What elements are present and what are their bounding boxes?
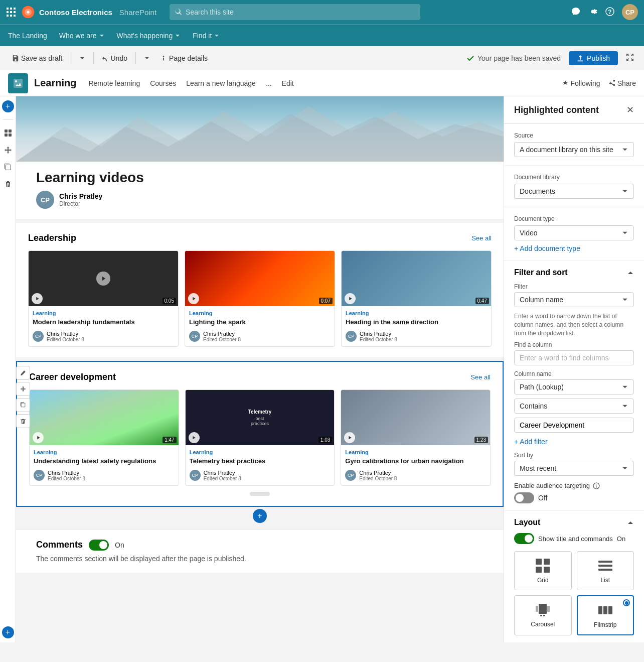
sort-by-row: Sort by Most recent — [514, 452, 634, 476]
delete-icon[interactable] — [2, 178, 14, 190]
sub-nav-more[interactable]: ... — [266, 79, 272, 87]
add-document-type-button[interactable]: + Add document type — [514, 244, 634, 252]
help-icon[interactable]: ? — [605, 7, 615, 18]
site-nav-find-it[interactable]: Find it — [193, 32, 220, 40]
svg-rect-6 — [7, 15, 9, 17]
toolbar-divider — [71, 52, 71, 64]
undo-button[interactable]: Undo — [98, 52, 131, 64]
video-thumbnail: Telemetry best practices 1:03 — [186, 390, 335, 445]
share-button[interactable]: Share — [608, 79, 636, 87]
svg-rect-43 — [543, 615, 545, 616]
expand-button[interactable] — [624, 51, 636, 65]
user-avatar[interactable]: CP — [622, 4, 638, 20]
audience-targeting-row: Enable audience targeting i — [514, 482, 634, 489]
filter-sort-header[interactable]: Filter and sort — [514, 268, 634, 277]
add-section-bottom[interactable]: + — [2, 626, 14, 638]
doc-type-dropdown[interactable]: Video — [514, 225, 634, 240]
search-input[interactable] — [186, 8, 415, 16]
svg-marker-29 — [349, 436, 351, 440]
layout-grid-option[interactable]: Grid — [514, 551, 572, 590]
panel-close-button[interactable]: ✕ — [626, 104, 634, 115]
section-delete-btn[interactable] — [16, 414, 30, 428]
add-section-top[interactable]: + — [2, 100, 14, 112]
save-status: Your page has been saved — [466, 54, 561, 62]
column-name-dropdown[interactable]: Path (Lookup) — [514, 379, 634, 394]
career-see-all[interactable]: See all — [470, 373, 491, 381]
move-icon[interactable] — [2, 144, 14, 156]
section-move-btn[interactable] — [16, 382, 30, 396]
career-video-grid: 1:47 Learning Understanding latest safet… — [29, 389, 491, 486]
video-author-avatar: CP — [345, 470, 356, 481]
publish-button[interactable]: Publish — [569, 51, 618, 65]
contains-dropdown[interactable]: Contains — [514, 399, 634, 414]
video-author-row: CP Chris Pratley Edited October 8 — [190, 470, 331, 481]
play-button[interactable] — [188, 293, 199, 304]
svg-rect-19 — [5, 134, 8, 137]
web-part-icon[interactable] — [2, 127, 14, 139]
toolbar-left: Save as draft Undo Page details — [8, 52, 212, 64]
sub-nav-courses[interactable]: Courses — [150, 79, 176, 87]
audience-toggle[interactable] — [514, 492, 534, 503]
settings-icon[interactable] — [588, 7, 598, 18]
sub-nav-items: Remote learning Courses Learn a new lang… — [88, 79, 293, 87]
show-title-toggle[interactable] — [514, 533, 534, 544]
collapse-icon — [627, 269, 634, 276]
video-author-avatar: CP — [190, 470, 201, 481]
layout-header[interactable]: Layout — [514, 518, 634, 527]
app-launcher[interactable] — [6, 7, 16, 17]
svg-point-11 — [27, 11, 29, 13]
add-filter-button[interactable]: + Add filter — [514, 438, 634, 446]
svg-rect-32 — [536, 559, 542, 565]
play-button[interactable] — [33, 432, 44, 443]
layout-carousel-option[interactable]: Carousel — [514, 595, 572, 635]
video-tag: Learning — [189, 310, 331, 316]
audience-toggle-row: Off — [514, 492, 634, 503]
copy-icon[interactable] — [2, 161, 14, 173]
video-duration: 0:05 — [163, 298, 176, 304]
video-title: Heading in the same direction — [346, 318, 487, 327]
svg-rect-20 — [9, 134, 12, 137]
product-name: SharePoint — [119, 8, 156, 17]
chat-icon[interactable] — [571, 7, 581, 18]
add-section-circle[interactable]: + — [253, 509, 267, 523]
search-bar[interactable] — [170, 4, 420, 20]
sub-nav-remote-learning[interactable]: Remote learning — [88, 79, 140, 87]
page-details-button[interactable]: Page details — [156, 52, 212, 64]
sub-nav-edit[interactable]: Edit — [282, 79, 294, 87]
site-nav-who-we-are[interactable]: Who we are — [59, 32, 105, 40]
comments-toggle[interactable] — [89, 540, 109, 551]
svg-text:?: ? — [608, 9, 611, 16]
sub-nav-language[interactable]: Learn a new language — [186, 79, 256, 87]
svg-marker-26 — [349, 297, 352, 301]
sort-by-dropdown[interactable]: Most recent — [514, 461, 634, 476]
play-button[interactable] — [189, 432, 200, 443]
filter-value-input[interactable] — [514, 418, 634, 433]
filter-dropdown[interactable]: Column name — [514, 292, 634, 307]
svg-rect-8 — [14, 15, 16, 17]
brand-logo: Contoso Electronics — [21, 5, 112, 19]
doc-library-dropdown[interactable]: Documents — [514, 184, 634, 199]
filter-label: Filter — [514, 283, 634, 290]
add-section-bar[interactable]: + — [16, 507, 504, 525]
following-button[interactable]: Following — [562, 79, 600, 87]
layout-filmstrip-option[interactable]: Filmstrip — [577, 595, 634, 635]
section-copy-btn[interactable] — [16, 398, 30, 412]
save-draft-dropdown[interactable] — [75, 53, 89, 63]
toolbar-separator — [3, 119, 13, 120]
find-column-input[interactable] — [514, 350, 634, 365]
video-thumbnail: 0:47 — [342, 251, 491, 306]
play-button[interactable] — [344, 432, 355, 443]
leadership-see-all[interactable]: See all — [471, 234, 492, 242]
svg-rect-40 — [536, 606, 538, 612]
play-button[interactable] — [345, 293, 356, 304]
site-nav-landing[interactable]: The Landing — [8, 32, 47, 40]
save-draft-button[interactable]: Save as draft — [8, 52, 67, 64]
undo-dropdown[interactable] — [140, 53, 154, 63]
layout-list-option[interactable]: List — [577, 551, 634, 590]
video-author-row: CP Chris Pratley Edited October 8 — [345, 470, 486, 481]
play-button[interactable] — [32, 293, 43, 304]
section-edit-btn[interactable] — [16, 366, 30, 380]
source-dropdown[interactable]: A document library on this site — [514, 142, 634, 157]
site-nav-whats-happening[interactable]: What's happening — [117, 32, 181, 40]
brand-name: Contoso Electronics — [39, 8, 112, 17]
